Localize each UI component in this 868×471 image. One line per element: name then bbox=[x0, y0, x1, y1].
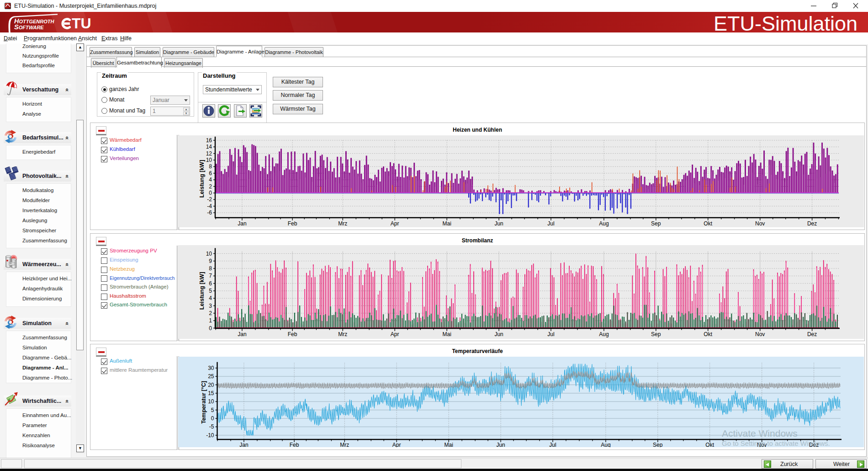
svg-text:Mai: Mai bbox=[445, 442, 453, 447]
svg-text:15: 15 bbox=[208, 390, 214, 396]
svg-text:2: 2 bbox=[209, 183, 212, 190]
svg-text:HOTTGENROTH: HOTTGENROTH bbox=[14, 17, 55, 25]
svg-text:8: 8 bbox=[209, 265, 212, 272]
svg-text:Sep: Sep bbox=[651, 220, 661, 227]
svg-text:Feb: Feb bbox=[288, 220, 297, 227]
svg-text:Mrz: Mrz bbox=[338, 220, 347, 227]
svg-text:Jun: Jun bbox=[494, 331, 503, 337]
svg-text:2: 2 bbox=[209, 310, 212, 316]
svg-text:4: 4 bbox=[209, 295, 212, 301]
svg-text:Leistung [kW]: Leistung [kW] bbox=[199, 160, 205, 198]
svg-text:0: 0 bbox=[211, 415, 214, 422]
svg-text:16: 16 bbox=[206, 137, 212, 144]
svg-text:30: 30 bbox=[208, 365, 214, 371]
svg-text:Okt: Okt bbox=[705, 442, 714, 447]
svg-text:Okt: Okt bbox=[704, 220, 712, 227]
svg-text:Jul: Jul bbox=[547, 331, 554, 337]
svg-text:Apr: Apr bbox=[391, 331, 399, 337]
svg-text:0: 0 bbox=[209, 190, 212, 196]
svg-text:Jan: Jan bbox=[238, 331, 246, 337]
svg-text:0: 0 bbox=[209, 325, 212, 332]
svg-text:Aug: Aug bbox=[599, 220, 609, 227]
svg-text:-2: -2 bbox=[207, 196, 212, 203]
svg-text:Mrz: Mrz bbox=[340, 442, 349, 447]
svg-text:Temperatur [°C]: Temperatur [°C] bbox=[201, 381, 207, 424]
svg-text:Jun: Jun bbox=[496, 442, 505, 447]
svg-text:Jan: Jan bbox=[238, 220, 246, 227]
svg-text:9: 9 bbox=[209, 258, 212, 264]
svg-text:Apr: Apr bbox=[391, 220, 399, 227]
svg-text:Okt: Okt bbox=[704, 331, 712, 337]
svg-text:Aug: Aug bbox=[599, 331, 609, 337]
svg-text:12: 12 bbox=[206, 150, 212, 157]
svg-text:10: 10 bbox=[206, 251, 212, 257]
svg-text:-5: -5 bbox=[209, 423, 214, 430]
svg-text:-4: -4 bbox=[207, 203, 212, 209]
svg-text:Feb: Feb bbox=[288, 331, 297, 337]
svg-text:25: 25 bbox=[208, 373, 214, 380]
svg-text:3: 3 bbox=[209, 303, 212, 309]
svg-text:Aug: Aug bbox=[601, 442, 610, 447]
svg-text:Nov: Nov bbox=[755, 331, 765, 337]
svg-text:1: 1 bbox=[209, 317, 212, 324]
svg-text:Jul: Jul bbox=[547, 220, 554, 227]
svg-text:Leistung [kW]: Leistung [kW] bbox=[199, 272, 205, 310]
svg-text:Jul: Jul bbox=[549, 442, 556, 447]
svg-text:Dez: Dez bbox=[807, 220, 817, 227]
svg-text:SOFTWARE: SOFTWARE bbox=[14, 23, 44, 31]
svg-text:10: 10 bbox=[206, 157, 212, 163]
svg-text:Jan: Jan bbox=[239, 442, 248, 447]
svg-text:6: 6 bbox=[209, 280, 212, 287]
svg-text:Sep: Sep bbox=[651, 331, 661, 337]
svg-text:Feb: Feb bbox=[290, 442, 299, 447]
svg-text:4: 4 bbox=[209, 177, 212, 183]
svg-text:8: 8 bbox=[209, 163, 212, 170]
svg-text:5: 5 bbox=[209, 288, 212, 294]
svg-text:-6: -6 bbox=[207, 209, 212, 216]
svg-text:Mrz: Mrz bbox=[338, 331, 347, 337]
svg-text:Nov: Nov bbox=[755, 220, 765, 227]
svg-text:6: 6 bbox=[209, 170, 212, 177]
svg-text:-10: -10 bbox=[206, 432, 214, 439]
svg-text:20: 20 bbox=[208, 382, 214, 388]
svg-text:TU: TU bbox=[72, 15, 91, 32]
svg-text:Dez: Dez bbox=[807, 331, 817, 337]
svg-text:14: 14 bbox=[206, 144, 212, 150]
svg-text:10: 10 bbox=[208, 398, 214, 405]
svg-text:Apr: Apr bbox=[392, 442, 401, 447]
svg-text:5: 5 bbox=[211, 407, 214, 413]
svg-text:7: 7 bbox=[209, 273, 212, 279]
svg-text:Mai: Mai bbox=[443, 331, 451, 337]
svg-text:Jun: Jun bbox=[494, 220, 503, 227]
svg-text:Sep: Sep bbox=[653, 442, 663, 447]
svg-text:Mai: Mai bbox=[443, 220, 451, 227]
